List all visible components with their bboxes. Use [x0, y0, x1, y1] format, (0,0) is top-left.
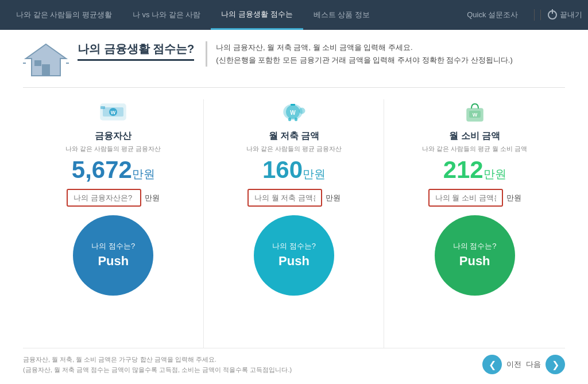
next-button[interactable]: ❯: [546, 355, 565, 374]
nav-bar: 나와 같은 사람들의 평균생활 나 vs 나와 같은 사람 나의 금융생활 점수…: [0, 0, 588, 30]
financial-asset-icon: W: [99, 99, 127, 127]
financial-asset-input[interactable]: [67, 189, 141, 207]
column-monthly-spending: W 월 소비 금액 나와 같은 사람들의 평균 월 소비 금액 212만원 만원…: [384, 99, 565, 348]
prev-label: 이전: [506, 359, 521, 370]
col2-input-row: 만원: [247, 189, 341, 207]
header-description: 나의 금융자산, 월 저축 금액, 월 소비 금액을 입력해 주세요. (신한은…: [206, 41, 512, 67]
power-icon: [548, 10, 557, 20]
svg-rect-1: [42, 64, 50, 76]
page-title: 나의 금융생활 점수는?: [78, 41, 194, 57]
col2-push-button[interactable]: 나의 점수는? Push: [254, 215, 334, 296]
col3-input-row: 만원: [428, 189, 521, 207]
title-underline: [78, 59, 194, 61]
col1-title: 금융자산: [95, 130, 131, 142]
col3-subtitle: 나와 같은 사람들의 평균 월 소비 금액: [422, 145, 527, 153]
nav-tab-0[interactable]: 나와 같은 사람들의 평균생활: [6, 0, 122, 30]
svg-rect-14: [291, 104, 295, 106]
monthly-spending-input[interactable]: [428, 189, 503, 207]
col2-input-unit: 만원: [326, 193, 341, 203]
svg-text:W: W: [111, 110, 116, 115]
col3-number: 212만원: [443, 158, 506, 182]
col1-subtitle: 나와 같은 사람들의 평균 금융자산: [65, 145, 161, 153]
col3-title: 월 소비 금액: [449, 130, 500, 142]
nav-tab-2[interactable]: 나의 금융생활 점수는: [211, 0, 303, 30]
col2-title: 월 저축 금액: [269, 130, 320, 142]
column-monthly-savings: W 월 저축 금액 나와 같은 사람들의 평균 금융자산 160만원 만원 나의…: [204, 99, 385, 348]
nav-quick-survey[interactable]: Quick 설문조사: [457, 0, 528, 30]
svg-rect-16: [295, 118, 297, 121]
col1-push-button[interactable]: 나의 점수는? Push: [73, 215, 153, 296]
svg-text:W: W: [472, 112, 477, 118]
monthly-spending-icon: W: [461, 99, 489, 127]
column-financial-asset: W 금융자산 나와 같은 사람들의 평균 금융자산 5,672만원 만원 나의 …: [23, 99, 204, 348]
col2-subtitle: 나와 같은 사람들의 평균 금융자산: [246, 145, 342, 153]
col2-number: 160만원: [262, 158, 326, 182]
svg-text:W: W: [290, 110, 296, 116]
svg-rect-15: [288, 118, 291, 121]
main-content: 나의 금융생활 점수는? 나의 금융자산, 월 저축 금액, 월 소비 금액을 …: [0, 30, 588, 384]
nav-divider: [534, 9, 535, 21]
col3-input-unit: 만원: [506, 193, 521, 203]
footer-text: 금융자산, 월 저축, 월 소비 금액은 가구당 합산 금액을 입력해 주세요.…: [23, 354, 292, 375]
nav-arrows: ❮ 이전 다음 ❯: [482, 355, 565, 374]
svg-rect-9: [100, 106, 105, 109]
col3-push-button[interactable]: 나의 점수는? Push: [435, 215, 515, 296]
svg-rect-2: [34, 60, 41, 66]
nav-end-button[interactable]: 끝내기: [540, 10, 582, 20]
col1-input-row: 만원: [67, 189, 160, 207]
house-icon-area: [23, 41, 69, 79]
col1-number: 5,672만원: [72, 158, 155, 182]
prev-button[interactable]: ❮: [482, 355, 502, 374]
next-label: 다음: [526, 359, 541, 370]
page-header: 나의 금융생활 점수는? 나의 금융자산, 월 저축 금액, 월 소비 금액을 …: [23, 41, 565, 88]
nav-tab-1[interactable]: 나 vs 나와 같은 사람: [122, 0, 211, 30]
col1-input-unit: 만원: [145, 193, 160, 203]
page-title-area: 나의 금융생활 점수는?: [78, 41, 194, 61]
page-footer: 금융자산, 월 저축, 월 소비 금액은 가구당 합산 금액을 입력해 주세요.…: [23, 348, 565, 375]
svg-point-12: [299, 108, 305, 114]
columns-area: W 금융자산 나와 같은 사람들의 평균 금융자산 5,672만원 만원 나의 …: [23, 99, 565, 348]
house-icon: [23, 41, 69, 79]
monthly-savings-icon: W: [280, 99, 308, 127]
monthly-savings-input[interactable]: [247, 189, 322, 207]
nav-tab-3[interactable]: 베스트 상품 정보: [303, 0, 380, 30]
